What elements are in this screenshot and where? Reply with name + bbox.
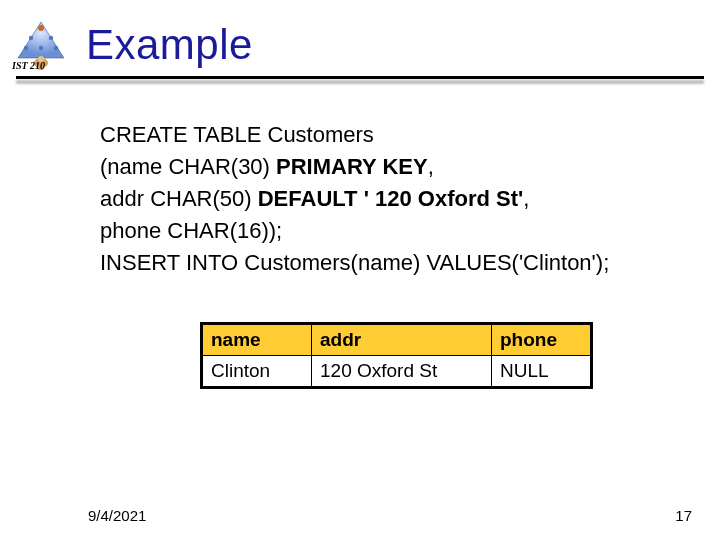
svg-point-1 (38, 25, 44, 31)
svg-point-6 (54, 46, 58, 50)
sql-line-3b: DEFAULT ' 120 Oxford St' (258, 186, 524, 211)
footer-page: 17 (675, 507, 692, 524)
sql-line-2: (name CHAR(30) PRIMARY KEY, (100, 151, 720, 183)
sql-line-2c: , (428, 154, 434, 179)
footer-date: 9/4/2021 (88, 507, 146, 524)
slide-title: Example (86, 21, 253, 69)
sql-line-2a: (name CHAR(30) (100, 154, 276, 179)
th-name: name (202, 324, 312, 356)
td-addr: 120 Oxford St (312, 356, 492, 388)
td-phone: NULL (492, 356, 592, 388)
sql-line-3c: , (523, 186, 529, 211)
table-row: Clinton 120 Oxford St NULL (202, 356, 592, 388)
th-phone: phone (492, 324, 592, 356)
sql-line-4: phone CHAR(16)); (100, 215, 720, 247)
th-addr: addr (312, 324, 492, 356)
course-code: IST 210 (12, 60, 45, 71)
table-header-row: name addr phone (202, 324, 592, 356)
sql-content: CREATE TABLE Customers (name CHAR(30) PR… (0, 79, 720, 278)
result-table-wrap: name addr phone Clinton 120 Oxford St NU… (200, 322, 720, 389)
svg-point-5 (39, 46, 43, 50)
sql-line-3a: addr CHAR(50) (100, 186, 258, 211)
result-table: name addr phone Clinton 120 Oxford St NU… (200, 322, 593, 389)
svg-point-2 (29, 36, 33, 40)
title-rule (16, 76, 704, 79)
td-name: Clinton (202, 356, 312, 388)
sql-line-3: addr CHAR(50) DEFAULT ' 120 Oxford St', (100, 183, 720, 215)
sql-line-2b: PRIMARY KEY (276, 154, 428, 179)
slide-header: Example (0, 0, 720, 72)
sql-line-5: INSERT INTO Customers(name) VALUES('Clin… (100, 247, 720, 279)
slide-footer: 9/4/2021 17 (0, 507, 720, 524)
sql-line-1: CREATE TABLE Customers (100, 119, 720, 151)
svg-point-3 (49, 36, 53, 40)
svg-point-4 (24, 46, 28, 50)
